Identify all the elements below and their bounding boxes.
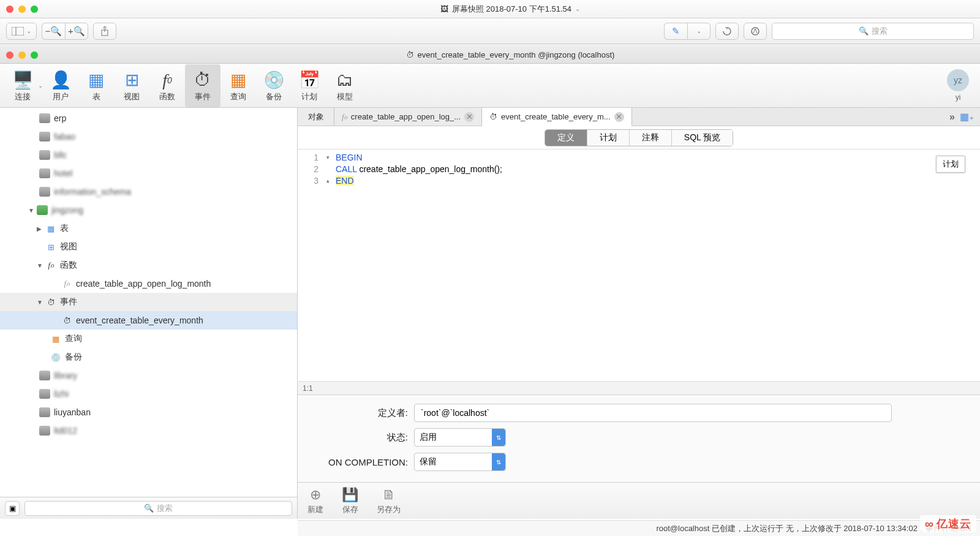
zoom-in-button[interactable]: +🔍: [65, 23, 88, 40]
db-item[interactable]: erp: [0, 109, 297, 127]
share-button[interactable]: [93, 23, 116, 40]
image-icon: 🖼: [440, 4, 448, 13]
status-select[interactable]: 启用 ⇅: [414, 428, 506, 447]
db-item[interactable]: bllc: [0, 146, 297, 164]
toolbar-model[interactable]: 🗂 模型: [327, 64, 363, 107]
toolbar-label: 用户: [53, 91, 69, 102]
rotate-button[interactable]: [715, 23, 739, 40]
code-keyword: BEGIN: [336, 153, 363, 162]
db-item[interactable]: lizhi: [0, 385, 297, 403]
definer-input[interactable]: [414, 404, 892, 422]
event-icon: ⏱: [45, 298, 56, 307]
save-button[interactable]: 💾 保存: [342, 487, 358, 515]
disclosure-icon[interactable]: ▼: [28, 207, 33, 214]
edit-button[interactable]: ✎: [664, 23, 687, 40]
tab-label: create_table_app_open_log_...: [351, 112, 461, 121]
db-item-open[interactable]: ▼jingzong: [0, 201, 297, 219]
subtab-definition[interactable]: 定义: [545, 130, 587, 146]
tree-tables[interactable]: ▶▦表: [0, 219, 297, 238]
db-label: jingzong: [51, 205, 83, 215]
fold-close-icon[interactable]: ▴: [323, 175, 332, 187]
tab-bar: 对象 f₀ create_table_app_open_log_... ✕ ⏱ …: [298, 108, 980, 126]
db-label: erp: [54, 113, 66, 123]
toolbar-table[interactable]: ▦ 表: [78, 64, 114, 107]
tab-function[interactable]: f₀ create_table_app_open_log_... ✕: [334, 108, 482, 126]
collapse-button[interactable]: ▣: [5, 501, 20, 516]
inner-title-text: event_create_table_every_month @jingzong…: [418, 50, 615, 59]
tab-event[interactable]: ⏱ event_create_table_every_m... ✕: [482, 108, 632, 126]
database-icon: [39, 389, 50, 399]
markup-button[interactable]: [744, 23, 767, 40]
toolbar-schedule[interactable]: 📅 计划: [292, 64, 327, 107]
maximize-icon[interactable]: [31, 51, 38, 59]
close-tab-icon[interactable]: ✕: [614, 112, 624, 122]
db-item[interactable]: hotel: [0, 164, 297, 183]
chevron-down-icon: ⌄: [26, 28, 31, 34]
backup-icon: 💿: [50, 353, 61, 362]
collapse-icon: ▣: [9, 504, 16, 513]
view-icon: ⊞: [125, 69, 139, 91]
user-icon: 👤: [50, 69, 72, 91]
minimize-icon[interactable]: [18, 51, 26, 59]
subtab-bar: 定义 计划 注释 SQL 预览: [298, 126, 980, 149]
zoom-out-button[interactable]: −🔍: [42, 23, 65, 40]
database-icon: [39, 187, 50, 197]
tree-function-item[interactable]: f₀create_table_app_open_log_month: [0, 274, 297, 293]
logo-icon: ∞: [925, 517, 934, 531]
close-tab-icon[interactable]: ✕: [464, 112, 474, 122]
db-item[interactable]: library: [0, 366, 297, 385]
outer-title-text: 屏幕快照 2018-07-10 下午1.51.54: [452, 4, 571, 15]
new-tab-icon[interactable]: ▦₊: [960, 111, 974, 123]
tree-events[interactable]: ▼⏱事件: [0, 293, 297, 311]
line-gutter: 1 2 3: [298, 149, 323, 381]
subtab-schedule[interactable]: 计划: [587, 130, 630, 146]
fold-gutter: ▾ ▴: [323, 149, 332, 381]
toolbar-connection[interactable]: 🖥️ 连接: [5, 64, 40, 107]
toolbar-function[interactable]: f0 函数: [149, 64, 185, 107]
chevron-updown-icon: ⇅: [492, 429, 505, 446]
chevron-down-icon[interactable]: ⌄: [575, 6, 580, 12]
toolbar-event[interactable]: ⏱ 事件: [185, 64, 221, 107]
tree-queries[interactable]: ▦查询: [0, 330, 297, 348]
subtab-sql-preview[interactable]: SQL 预览: [672, 130, 733, 146]
new-button[interactable]: ⊕ 新建: [307, 487, 323, 515]
code-editor[interactable]: 1 2 3 ▾ ▴ BEGIN CALL create_table_app_op…: [298, 149, 980, 381]
disclosure-icon[interactable]: ▼: [37, 262, 42, 269]
event-icon: ⏱: [61, 316, 72, 325]
oncompletion-select[interactable]: 保留 ⇅: [414, 453, 506, 471]
database-icon: [39, 426, 50, 436]
maximize-icon[interactable]: [31, 6, 38, 13]
close-icon[interactable]: [6, 6, 13, 13]
save-as-button[interactable]: 🗎 另存为: [377, 487, 401, 515]
edit-dropdown-button[interactable]: ⌄: [687, 23, 710, 40]
tab-objects[interactable]: 对象: [298, 108, 334, 126]
db-item[interactable]: information_schema: [0, 183, 297, 201]
toolbar-user[interactable]: 👤 用户: [43, 64, 78, 107]
disclosure-icon[interactable]: ▼: [37, 299, 42, 306]
user-avatar[interactable]: yz yi: [947, 69, 969, 102]
sidebar-search-input[interactable]: 🔍 搜索: [24, 501, 292, 516]
db-item[interactable]: liuyanban: [0, 403, 297, 421]
toolbar-backup[interactable]: 💿 备份: [256, 64, 292, 107]
outer-search-input[interactable]: 🔍 搜索: [772, 23, 974, 40]
disclosure-icon[interactable]: ▶: [37, 225, 42, 232]
tree-event-item[interactable]: ⏱event_create_table_every_month: [0, 311, 297, 330]
close-icon[interactable]: [6, 51, 13, 59]
sidebar-toggle-button[interactable]: ⌄: [6, 23, 37, 40]
db-item[interactable]: fabao: [0, 127, 297, 146]
toolbar-view[interactable]: ⊞ 视图: [114, 64, 149, 107]
chevron-down-icon[interactable]: ⌄: [38, 82, 43, 89]
overflow-icon[interactable]: »: [949, 111, 955, 123]
tree-views[interactable]: ⊞视图: [0, 238, 297, 256]
fold-open-icon[interactable]: ▾: [323, 152, 332, 164]
tree-backups[interactable]: 💿备份: [0, 348, 297, 366]
db-tree[interactable]: erp fabao bllc hotel information_schema …: [0, 108, 297, 497]
tree-functions[interactable]: ▼f₀函数: [0, 256, 297, 274]
db-item[interactable]: ltd012: [0, 421, 297, 440]
minimize-icon[interactable]: [18, 6, 26, 13]
subtab-comment[interactable]: 注释: [630, 130, 672, 146]
code-content[interactable]: BEGIN CALL create_table_app_open_log_mon…: [332, 149, 507, 381]
tree-label: 函数: [60, 260, 77, 271]
toolbar-query[interactable]: ▦ 查询: [221, 64, 256, 107]
toolbar-label: 模型: [337, 91, 353, 102]
